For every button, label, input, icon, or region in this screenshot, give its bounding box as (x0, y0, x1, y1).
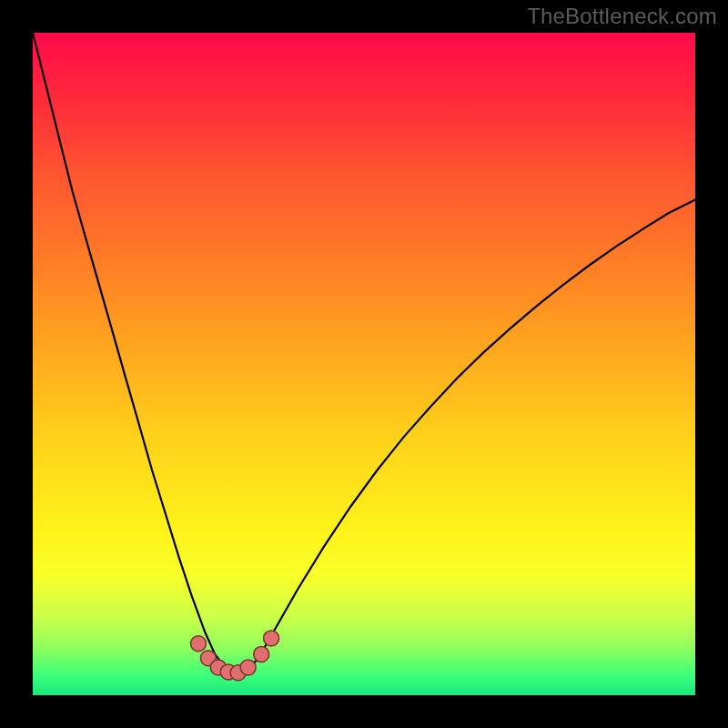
bottleneck-curve (33, 33, 695, 674)
chart-frame: TheBottleneck.com (0, 0, 728, 728)
watermark-text: TheBottleneck.com (527, 4, 717, 29)
trough-markers (191, 631, 279, 681)
trough-marker (254, 646, 269, 662)
plot-area (33, 33, 695, 695)
trough-marker (264, 631, 279, 646)
trough-marker (240, 660, 256, 675)
chart-svg (33, 33, 695, 695)
trough-marker (191, 636, 207, 652)
